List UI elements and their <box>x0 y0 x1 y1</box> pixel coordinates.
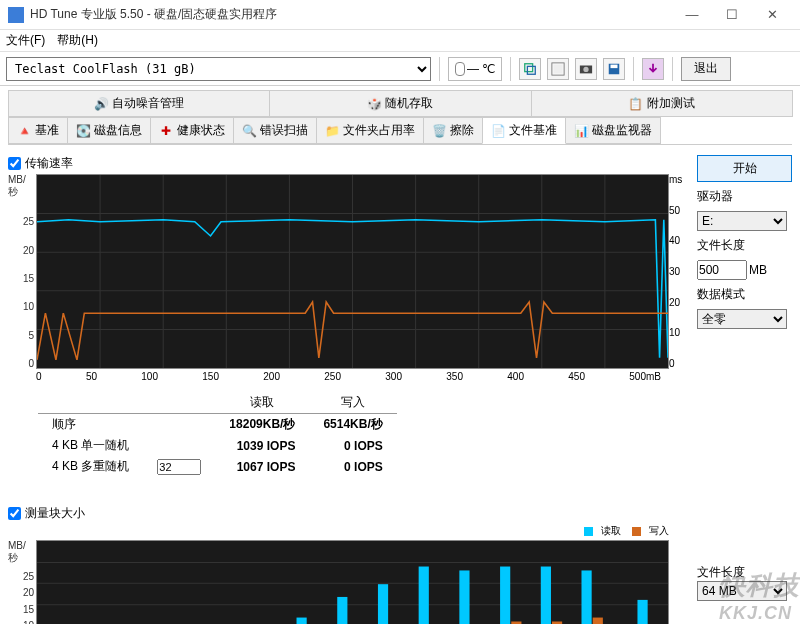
svg-rect-37 <box>500 567 510 624</box>
y-axis-left: MB/秒 2520151050 <box>8 174 36 369</box>
speaker-icon: 🔊 <box>94 97 108 111</box>
tab-container: 🔊自动噪音管理 🎲随机存取 📋附加测试 🔺基准 💽磁盘信息 ✚健康状态 🔍错误扫… <box>0 86 800 145</box>
legend-write-swatch <box>632 527 641 536</box>
exit-button[interactable]: 退出 <box>681 57 731 81</box>
svg-rect-3 <box>554 64 563 73</box>
queue-depth-input[interactable] <box>157 459 201 475</box>
svg-rect-39 <box>541 567 551 624</box>
file-length-input[interactable] <box>697 260 747 280</box>
tab-health[interactable]: ✚健康状态 <box>150 117 234 144</box>
disk-icon: 💽 <box>76 124 90 138</box>
tab-erase[interactable]: 🗑️擦除 <box>423 117 483 144</box>
app-icon <box>8 7 24 23</box>
data-pattern-select[interactable]: 全零 <box>697 309 787 329</box>
seq-write: 6514KB/秒 <box>309 414 396 436</box>
svg-rect-43 <box>637 600 647 624</box>
row-seq: 顺序 <box>38 414 143 436</box>
svg-rect-29 <box>337 597 347 624</box>
svg-rect-27 <box>297 618 307 624</box>
row-4k-single: 4 KB 单一随机 <box>38 435 143 456</box>
svg-rect-42 <box>593 618 603 624</box>
single-write: 0 IOPS <box>309 435 396 456</box>
minimize-button[interactable]: — <box>672 1 712 29</box>
menu-help[interactable]: 帮助(H) <box>57 32 98 49</box>
blocksize-label: 测量块大小 <box>25 505 85 522</box>
svg-rect-35 <box>459 570 469 624</box>
window-title: HD Tune 专业版 5.50 - 硬盘/固态硬盘实用程序 <box>30 6 672 23</box>
filelen2-label: 文件长度 <box>697 564 792 581</box>
thermometer-icon <box>455 62 465 76</box>
transfer-rate-checkbox[interactable] <box>8 157 21 170</box>
filelen-label: 文件长度 <box>697 237 792 254</box>
tab-extra[interactable]: 📋附加测试 <box>531 90 793 117</box>
y-axis-right: ms 50403020100 <box>669 174 689 369</box>
tab-folder[interactable]: 📁文件夹占用率 <box>316 117 424 144</box>
tab-random[interactable]: 🎲随机存取 <box>269 90 531 117</box>
svg-rect-7 <box>611 64 618 68</box>
separator <box>672 57 673 81</box>
magnifier-icon: 🔍 <box>242 124 256 138</box>
copy-icon[interactable] <box>519 58 541 80</box>
drive-select[interactable]: Teclast CoolFlash (31 gB) <box>6 57 431 81</box>
down-arrow-icon[interactable] <box>642 58 664 80</box>
plus-icon: ✚ <box>159 124 173 138</box>
titlebar: HD Tune 专业版 5.50 - 硬盘/固态硬盘实用程序 — ☐ ✕ <box>0 0 800 30</box>
svg-point-5 <box>584 66 589 71</box>
chart2-y-axis: MB/秒 252015105 <box>8 540 36 624</box>
svg-rect-0 <box>525 63 533 71</box>
temperature-value: — ℃ <box>467 62 495 76</box>
multi-write: 0 IOPS <box>309 456 396 477</box>
temperature-display: — ℃ <box>448 57 502 81</box>
tab-errorscan[interactable]: 🔍错误扫描 <box>233 117 317 144</box>
x-axis: 050100150200250300350400450500mB <box>8 369 689 382</box>
seq-read: 18209KB/秒 <box>215 414 309 436</box>
menubar: 文件(F) 帮助(H) <box>0 30 800 52</box>
separator <box>510 57 511 81</box>
multi-read: 1067 IOPS <box>215 456 309 477</box>
results-table: 读取写入 顺序18209KB/秒6514KB/秒 4 KB 单一随机1039 I… <box>38 392 689 477</box>
svg-rect-1 <box>528 66 536 74</box>
screenshot-icon[interactable] <box>547 58 569 80</box>
filelen-unit: MB <box>749 263 767 277</box>
trash-icon: 🗑️ <box>432 124 446 138</box>
gauge-icon: 🔺 <box>17 124 31 138</box>
camera-icon[interactable] <box>575 58 597 80</box>
file-length2-select[interactable]: 64 MB <box>697 581 787 601</box>
dice-icon: 🎲 <box>367 97 381 111</box>
legend-read-swatch <box>584 527 593 536</box>
monitor-icon: 📊 <box>574 124 588 138</box>
svg-rect-41 <box>581 570 591 624</box>
col-read: 读取 <box>215 392 309 414</box>
driver-label: 驱动器 <box>697 188 792 205</box>
tab-benchmark[interactable]: 🔺基准 <box>8 117 68 144</box>
start-button[interactable]: 开始 <box>697 155 792 182</box>
row-4k-multi: 4 KB 多重随机 <box>38 456 143 477</box>
transfer-rate-label: 传输速率 <box>25 155 73 172</box>
drive-letter-select[interactable]: E: <box>697 211 787 231</box>
blocksize-chart <box>36 540 669 624</box>
tab-aam[interactable]: 🔊自动噪音管理 <box>8 90 270 117</box>
blocksize-checkbox[interactable] <box>8 507 21 520</box>
menu-file[interactable]: 文件(F) <box>6 32 45 49</box>
tab-info[interactable]: 💽磁盘信息 <box>67 117 151 144</box>
transfer-rate-chart <box>36 174 669 369</box>
side-panel: 开始 驱动器 E: 文件长度 MB 数据模式 全零 <box>697 155 792 505</box>
separator <box>633 57 634 81</box>
tab-filebench[interactable]: 📄文件基准 <box>482 117 566 144</box>
legend-read: 读取 <box>601 525 621 536</box>
separator <box>439 57 440 81</box>
legend-write: 写入 <box>649 525 669 536</box>
maximize-button[interactable]: ☐ <box>712 1 752 29</box>
chart2-legend: 读取 写入 <box>8 524 689 538</box>
checklist-icon: 📋 <box>629 97 643 111</box>
svg-rect-33 <box>419 567 429 624</box>
document-icon: 📄 <box>491 124 505 138</box>
close-button[interactable]: ✕ <box>752 1 792 29</box>
toolbar: Teclast CoolFlash (31 gB) — ℃ 退出 <box>0 52 800 86</box>
single-read: 1039 IOPS <box>215 435 309 456</box>
pattern-label: 数据模式 <box>697 286 792 303</box>
tab-monitor[interactable]: 📊磁盘监视器 <box>565 117 661 144</box>
save-icon[interactable] <box>603 58 625 80</box>
folder-icon: 📁 <box>325 124 339 138</box>
col-write: 写入 <box>309 392 396 414</box>
